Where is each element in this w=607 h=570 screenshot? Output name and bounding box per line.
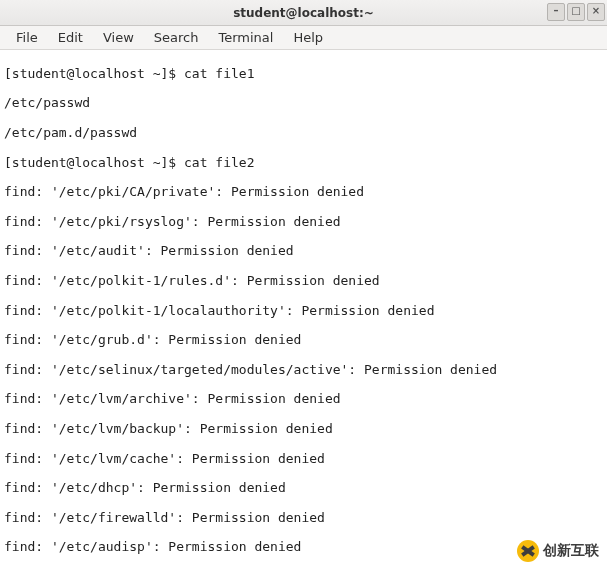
prompt: [student@localhost ~]$ [4, 66, 176, 81]
menu-search[interactable]: Search [144, 27, 209, 48]
output-line: find: '/etc/lvm/archive': Permission den… [4, 392, 603, 407]
output-line: find: '/etc/audit': Permission denied [4, 244, 603, 259]
output-line: find: '/etc/selinux/targeted/modules/act… [4, 363, 603, 378]
window-titlebar: student@localhost:~ – □ × [0, 0, 607, 26]
output-line: find: '/etc/pki/rsyslog': Permission den… [4, 215, 603, 230]
output-line: find: '/etc/grub.d': Permission denied [4, 333, 603, 348]
window-title: student@localhost:~ [233, 6, 374, 20]
command: cat file1 [184, 66, 254, 81]
close-button[interactable]: × [587, 3, 605, 21]
output-line: find: '/etc/audisp': Permission denied [4, 540, 603, 555]
maximize-button[interactable]: □ [567, 3, 585, 21]
output-line: find: '/etc/firewalld': Permission denie… [4, 511, 603, 526]
output-line: find: '/etc/lvm/cache': Permission denie… [4, 452, 603, 467]
menu-terminal[interactable]: Terminal [208, 27, 283, 48]
menu-view[interactable]: View [93, 27, 144, 48]
watermark-text: 创新互联 [543, 542, 599, 560]
menu-file[interactable]: File [6, 27, 48, 48]
output-line: find: '/etc/lvm/backup': Permission deni… [4, 422, 603, 437]
command: cat file2 [184, 155, 254, 170]
prompt-line: [student@localhost ~]$ cat file2 [4, 156, 603, 171]
prompt-line: [student@localhost ~]$ cat file1 [4, 67, 603, 82]
menu-help[interactable]: Help [283, 27, 333, 48]
output-line: /etc/passwd [4, 96, 603, 111]
watermark: 创新互联 [517, 540, 599, 562]
watermark-x-icon [517, 540, 539, 562]
terminal-output-area[interactable]: [student@localhost ~]$ cat file1 /etc/pa… [0, 50, 607, 570]
menu-edit[interactable]: Edit [48, 27, 93, 48]
output-line: /etc/pam.d/passwd [4, 126, 603, 141]
output-line: find: '/etc/polkit-1/rules.d': Permissio… [4, 274, 603, 289]
output-line: find: '/etc/polkit-1/localauthority': Pe… [4, 304, 603, 319]
output-line: find: '/etc/pki/CA/private': Permission … [4, 185, 603, 200]
window-controls: – □ × [547, 3, 605, 21]
menubar: File Edit View Search Terminal Help [0, 26, 607, 50]
output-line: find: '/etc/dhcp': Permission denied [4, 481, 603, 496]
minimize-button[interactable]: – [547, 3, 565, 21]
prompt: [student@localhost ~]$ [4, 155, 176, 170]
